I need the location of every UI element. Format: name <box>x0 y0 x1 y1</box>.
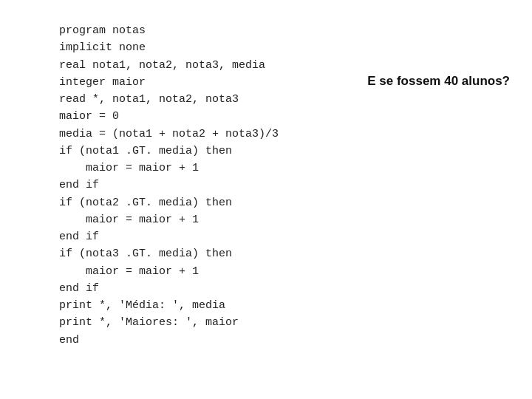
main-container: program notas implicit none real nota1, … <box>0 0 532 399</box>
sidebar-question: E se fossem 40 alunos? <box>367 74 510 89</box>
code-text: program notas implicit none real nota1, … <box>59 22 525 349</box>
code-block: program notas implicit none real nota1, … <box>59 15 525 349</box>
